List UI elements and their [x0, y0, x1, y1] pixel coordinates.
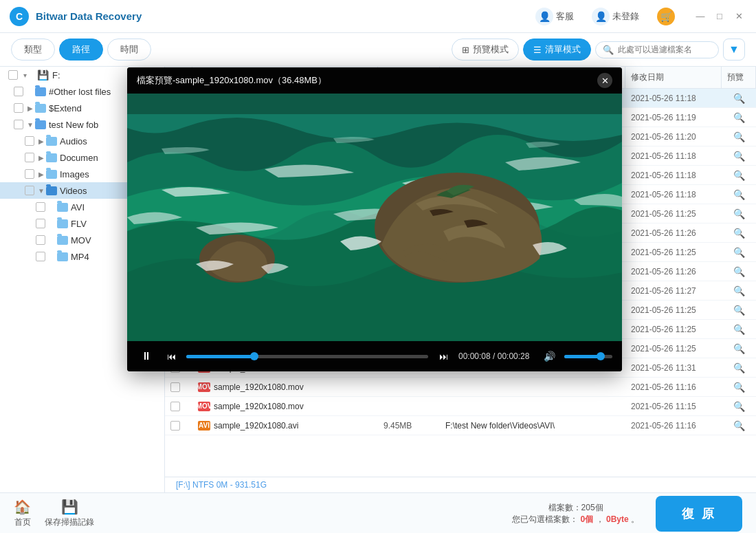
row-preview-cell[interactable]: 🔍 [722, 146, 756, 165]
modal-close-button[interactable]: ✕ [597, 73, 612, 88]
file-row[interactable]: MOV sample_1920x1080.mov 2021-05-26 11:1… [165, 397, 756, 416]
list-mode-button[interactable]: ☰ 清單模式 [523, 39, 591, 61]
pause-button[interactable]: ⏸ [137, 347, 156, 366]
preview-search-icon[interactable]: 🔍 [733, 228, 745, 239]
preview-search-icon[interactable]: 🔍 [733, 208, 745, 219]
row-preview-cell[interactable]: 🔍 [722, 301, 756, 319]
header-date[interactable]: 修改日期 [625, 67, 722, 88]
rewind-button[interactable]: ⏮ [162, 347, 181, 366]
videos-checkbox[interactable] [25, 186, 34, 195]
selected-num: 0個 [581, 514, 594, 524]
row-checkbox[interactable] [170, 382, 180, 392]
mp4-checkbox[interactable] [36, 252, 45, 261]
flv-checkbox[interactable] [36, 219, 45, 228]
forward-button[interactable]: ⏭ [434, 347, 453, 366]
row-preview-cell[interactable]: 🔍 [722, 243, 756, 261]
row-preview-cell[interactable]: 🔍 [722, 397, 756, 415]
mov-checkbox[interactable] [36, 235, 45, 245]
other-lost-checkbox[interactable] [14, 87, 23, 96]
file-row[interactable]: MOV sample_1920x1080.mov 2021-05-26 11:1… [165, 378, 756, 397]
recover-button[interactable]: 復 原 [656, 496, 742, 532]
test-new-fob-toggle[interactable]: ▼ [25, 120, 35, 129]
extend-toggle[interactable]: ▶ [25, 103, 35, 113]
videos-toggle[interactable]: ▼ [36, 186, 46, 195]
filter-button[interactable]: ▼ [723, 39, 745, 61]
row-date: 2021-05-26 11:25 [631, 248, 696, 257]
preview-search-icon[interactable]: 🔍 [733, 189, 745, 200]
images-toggle[interactable]: ▶ [36, 169, 46, 179]
row-checkbox[interactable] [170, 402, 180, 411]
preview-search-icon[interactable]: 🔍 [733, 170, 745, 181]
row-preview-cell[interactable]: 🔍 [722, 185, 756, 204]
preview-search-icon[interactable]: 🔍 [733, 131, 745, 142]
file-row[interactable]: AVI sample_1920x1080.avi 9.45MB F:\test … [165, 416, 756, 435]
title-actions: 👤 客服 👤 未登錄 🛒 — □ ✕ [529, 4, 746, 29]
volume-icon[interactable]: 🔊 [540, 347, 559, 366]
videos-label: Videos [60, 186, 87, 196]
save-scan-button[interactable]: 💾 保存掃描記錄 [45, 499, 94, 528]
minimize-button[interactable]: — [693, 9, 708, 24]
preview-search-icon[interactable]: 🔍 [733, 324, 745, 335]
row-preview-cell[interactable]: 🔍 [722, 416, 756, 435]
row-preview-cell[interactable]: 🔍 [722, 339, 756, 358]
row-date-cell: 2021-05-26 11:27 [625, 281, 722, 300]
row-preview-cell[interactable]: 🔍 [722, 204, 756, 223]
close-button[interactable]: ✕ [731, 9, 746, 24]
audios-checkbox[interactable] [25, 136, 34, 146]
row-preview-cell[interactable]: 🔍 [722, 358, 756, 377]
row-size-cell [378, 397, 440, 415]
preview-search-icon[interactable]: 🔍 [733, 266, 745, 277]
preview-mode-button[interactable]: ⊞ 預覽模式 [452, 39, 519, 61]
volume-bar[interactable] [564, 355, 612, 358]
row-check-cell[interactable] [165, 378, 192, 396]
cart-button[interactable]: 🛒 [650, 4, 682, 29]
maximize-button[interactable]: □ [712, 9, 727, 24]
preview-search-icon[interactable]: 🔍 [733, 362, 745, 373]
row-preview-cell[interactable]: 🔍 [722, 262, 756, 281]
progress-bar[interactable] [186, 355, 428, 358]
tab-time[interactable]: 時間 [107, 39, 151, 61]
row-preview-cell[interactable]: 🔍 [722, 320, 756, 338]
customer-service-button[interactable]: 👤 客服 [529, 4, 581, 29]
audios-toggle[interactable]: ▶ [36, 136, 46, 146]
row-preview-cell[interactable]: 🔍 [722, 127, 756, 146]
row-preview-cell[interactable]: 🔍 [722, 89, 756, 107]
row-check-cell[interactable] [165, 416, 192, 435]
modal-controls: ⏸ ⏮ ⏭ 00:00:08 / 00:00:28 🔊 [127, 341, 622, 371]
home-button[interactable]: 🏠 首页 [14, 499, 31, 528]
app-title: Bitwar Data Recovery [36, 10, 529, 22]
row-preview-cell[interactable]: 🔍 [722, 166, 756, 184]
documents-label: Documen [60, 153, 98, 163]
avi-checkbox[interactable] [36, 202, 45, 212]
documents-checkbox[interactable] [25, 153, 34, 162]
preview-search-icon[interactable]: 🔍 [733, 93, 745, 104]
preview-search-icon[interactable]: 🔍 [733, 247, 745, 258]
preview-search-icon[interactable]: 🔍 [733, 112, 745, 123]
preview-search-icon[interactable]: 🔍 [733, 382, 745, 393]
preview-search-icon[interactable]: 🔍 [733, 343, 745, 354]
preview-search-icon[interactable]: 🔍 [733, 285, 745, 296]
row-check-cell[interactable] [165, 397, 192, 415]
extend-checkbox[interactable] [14, 103, 23, 113]
row-checkbox[interactable] [170, 421, 180, 431]
row-name-cell: MOV sample_1920x1080.mov [192, 378, 378, 396]
row-preview-cell[interactable]: 🔍 [722, 281, 756, 300]
row-preview-cell[interactable]: 🔍 [722, 378, 756, 396]
preview-search-icon[interactable]: 🔍 [733, 420, 745, 431]
search-input[interactable] [618, 45, 721, 54]
documents-toggle[interactable]: ▶ [36, 153, 46, 162]
time-display: 00:00:08 / 00:00:28 [458, 351, 534, 361]
drive-checkbox[interactable] [8, 70, 18, 80]
login-button[interactable]: 👤 未登錄 [585, 4, 646, 29]
row-preview-cell[interactable]: 🔍 [722, 224, 756, 242]
drive-dropdown[interactable]: ▾ [20, 70, 30, 80]
tab-path[interactable]: 路徑 [59, 39, 103, 61]
images-checkbox[interactable] [25, 169, 34, 179]
preview-search-icon[interactable]: 🔍 [733, 305, 745, 316]
preview-search-icon[interactable]: 🔍 [733, 401, 745, 412]
row-preview-cell[interactable]: 🔍 [722, 108, 756, 127]
window-controls: — □ ✕ [693, 9, 746, 24]
test-new-fob-checkbox[interactable] [14, 120, 23, 129]
tab-type[interactable]: 類型 [11, 39, 55, 61]
preview-search-icon[interactable]: 🔍 [733, 151, 745, 162]
